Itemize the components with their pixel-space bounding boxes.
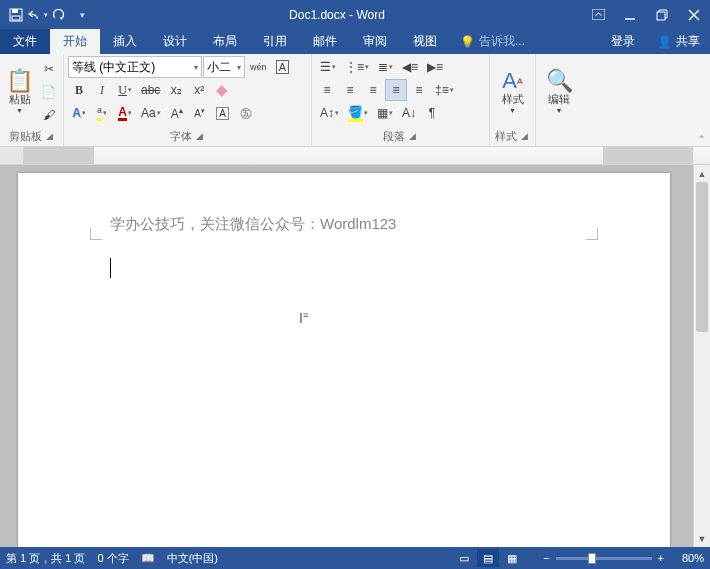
ruler-left-margin[interactable] <box>24 147 94 164</box>
qat-customize-icon[interactable]: ▾ <box>72 4 92 26</box>
save-icon[interactable] <box>6 4 26 26</box>
change-case-button[interactable]: Aa▾ <box>137 102 165 124</box>
line-spacing-button[interactable]: ‡≡▾ <box>431 79 458 101</box>
font-name-combo[interactable]: 等线 (中文正文)▾ <box>68 56 202 78</box>
close-icon[interactable] <box>678 0 710 29</box>
change-case-icon: Aa <box>141 106 156 120</box>
ibeam-cursor-icon: I≡ <box>299 310 308 326</box>
chevron-down-icon: ▼ <box>556 107 563 114</box>
numbering-button[interactable]: ⋮≡▾ <box>341 56 373 78</box>
align-center-button[interactable]: ≡ <box>339 79 361 101</box>
superscript-button[interactable]: x² <box>188 79 210 101</box>
redo-icon[interactable] <box>50 4 70 26</box>
scroll-up-icon[interactable]: ▲ <box>694 165 710 182</box>
align-justify-button[interactable]: ≡ <box>385 79 407 101</box>
zoom-out-icon[interactable]: − <box>543 552 549 564</box>
ribbon-display-options-icon[interactable] <box>582 0 614 29</box>
copy-button[interactable]: 📄 <box>37 81 60 103</box>
grow-font-button[interactable]: A▴ <box>166 102 188 124</box>
shading-button[interactable]: 🪣▾ <box>344 102 372 124</box>
undo-icon[interactable]: ▾ <box>28 4 48 26</box>
bold-button[interactable]: B <box>68 79 90 101</box>
wen-label: wén <box>250 62 267 72</box>
cut-button[interactable]: ✂ <box>37 58 60 80</box>
bullets-button[interactable]: ☰▾ <box>316 56 340 78</box>
shrink-font-button[interactable]: A▾ <box>189 102 211 124</box>
tab-references[interactable]: 引用 <box>250 29 300 54</box>
tab-file[interactable]: 文件 <box>0 29 50 54</box>
paste-button[interactable]: 📋 粘贴 ▼ <box>4 56 35 128</box>
zoom-thumb[interactable] <box>588 553 596 564</box>
tab-design[interactable]: 设计 <box>150 29 200 54</box>
view-switcher: ▭ ▤ ▦ <box>453 549 523 567</box>
styles-group-label: 样式 <box>495 129 517 144</box>
phonetic-guide-button[interactable]: wén <box>246 56 271 78</box>
format-painter-button[interactable]: 🖌 <box>37 104 60 126</box>
decrease-indent-button[interactable]: ◀≡ <box>398 56 422 78</box>
minimize-icon[interactable] <box>614 0 646 29</box>
tab-view[interactable]: 视图 <box>400 29 450 54</box>
language-button[interactable]: 中文(中国) <box>167 551 218 566</box>
text-effects-button[interactable]: A▾ <box>68 102 90 124</box>
highlight-button[interactable]: ª▾ <box>91 102 113 124</box>
increase-indent-button[interactable]: ▶≡ <box>423 56 447 78</box>
read-mode-view-icon[interactable]: ▭ <box>453 549 475 567</box>
spellcheck-button[interactable]: 📖 <box>141 552 155 565</box>
underline-button[interactable]: U▾ <box>114 79 136 101</box>
print-layout-view-icon[interactable]: ▤ <box>477 549 499 567</box>
clipboard-dialog-launcher-icon[interactable]: ◢ <box>44 131 55 141</box>
page-count[interactable]: 第 1 页，共 1 页 <box>6 551 85 566</box>
borders-button[interactable]: ▦▾ <box>373 102 397 124</box>
tab-review[interactable]: 审阅 <box>350 29 400 54</box>
share-icon: 👤 <box>657 35 672 49</box>
show-marks-button[interactable]: ¶ <box>421 102 443 124</box>
svg-rect-2 <box>12 16 20 20</box>
italic-button[interactable]: I <box>91 79 113 101</box>
char-border-button[interactable]: A <box>272 56 294 78</box>
align-left-button[interactable]: ≡ <box>316 79 338 101</box>
header-text[interactable]: 学办公技巧，关注微信公众号：Wordlm123 <box>110 215 396 234</box>
editing-button[interactable]: 🔍 编辑 ▼ <box>540 56 578 128</box>
grow-font-icon: A▴ <box>171 106 183 121</box>
styles-dialog-launcher-icon[interactable]: ◢ <box>519 131 530 141</box>
signin-link[interactable]: 登录 <box>599 29 647 54</box>
subscript-button[interactable]: x₂ <box>165 79 187 101</box>
tab-mailings[interactable]: 邮件 <box>300 29 350 54</box>
sort-button[interactable]: A↓ <box>398 102 420 124</box>
tab-layout[interactable]: 布局 <box>200 29 250 54</box>
paragraph-dialog-launcher-icon[interactable]: ◢ <box>407 131 418 141</box>
distribute-button[interactable]: ≡ <box>408 79 430 101</box>
tab-insert[interactable]: 插入 <box>100 29 150 54</box>
text-direction-button[interactable]: A↕▾ <box>316 102 343 124</box>
font-color-button[interactable]: A▾ <box>114 102 136 124</box>
char-shading-button[interactable]: A <box>212 102 234 124</box>
zoom-value[interactable]: 80% <box>670 552 704 564</box>
restore-icon[interactable] <box>646 0 678 29</box>
zoom-in-icon[interactable]: + <box>658 552 664 564</box>
strikethrough-button[interactable]: abc <box>137 79 164 101</box>
scroll-down-icon[interactable]: ▼ <box>694 530 710 547</box>
align-right-button[interactable]: ≡ <box>362 79 384 101</box>
font-dialog-launcher-icon[interactable]: ◢ <box>194 131 205 141</box>
ruler-track[interactable] <box>24 147 710 164</box>
distribute-icon: ≡ <box>415 83 422 97</box>
share-button[interactable]: 👤共享 <box>647 29 710 54</box>
scroll-thumb[interactable] <box>696 182 708 332</box>
web-layout-view-icon[interactable]: ▦ <box>501 549 523 567</box>
clear-formatting-button[interactable]: ◆ <box>211 79 233 101</box>
multilevel-button[interactable]: ≣▾ <box>374 56 397 78</box>
font-size-combo[interactable]: 小二▾ <box>203 56 245 78</box>
word-count[interactable]: 0 个字 <box>97 551 128 566</box>
clipboard-group-label: 剪贴板 <box>9 129 42 144</box>
ruler-right-margin[interactable] <box>603 147 693 164</box>
eraser-icon: ◆ <box>216 81 228 99</box>
zoom-slider[interactable] <box>556 557 652 560</box>
collapse-ribbon-icon[interactable]: ⌃ <box>698 134 706 144</box>
tell-me-search[interactable]: 💡告诉我... <box>450 29 535 54</box>
tab-home[interactable]: 开始 <box>50 29 100 54</box>
styles-button[interactable]: Aᴬ 样式 ▼ <box>494 56 531 128</box>
vertical-scrollbar[interactable]: ▲ ▼ <box>693 165 710 547</box>
page[interactable]: 学办公技巧，关注微信公众号：Wordlm123 I≡ <box>18 173 670 547</box>
enclose-char-button[interactable]: ㊄ <box>235 102 257 124</box>
horizontal-ruler[interactable] <box>0 147 710 165</box>
